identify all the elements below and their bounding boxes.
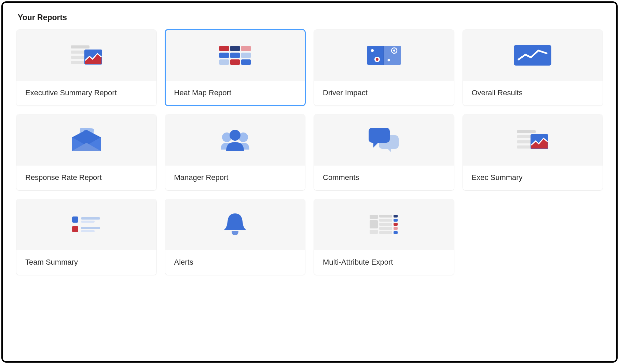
exec-summary-icon xyxy=(517,130,548,150)
card-icon-area xyxy=(463,114,603,166)
card-title-area: Team Summary xyxy=(16,250,156,275)
report-card[interactable]: Driver Impact xyxy=(314,30,454,106)
driver-impact-icon xyxy=(367,46,401,65)
report-card[interactable]: Alerts xyxy=(165,199,305,275)
report-card[interactable]: Executive Summary Report xyxy=(16,30,156,106)
manager-report-icon xyxy=(219,129,251,151)
card-title: Alerts xyxy=(174,258,297,267)
alerts-icon xyxy=(223,213,247,236)
report-card[interactable]: Comments xyxy=(314,114,454,190)
report-card[interactable]: Manager Report xyxy=(165,114,305,190)
report-card[interactable]: Overall Results xyxy=(463,30,603,106)
card-title-area: Heat Map Report xyxy=(165,81,305,106)
card-title-area: Response Rate Report xyxy=(16,166,156,190)
comments-icon xyxy=(369,128,399,152)
card-icon-area xyxy=(314,199,454,250)
exec-summary-icon xyxy=(71,45,102,65)
card-title-area: Overall Results xyxy=(463,81,603,106)
response-rate-icon xyxy=(70,128,103,152)
card-icon-area xyxy=(314,30,454,81)
card-title: Multi-Attribute Export xyxy=(323,258,445,267)
multi-attribute-icon xyxy=(370,215,398,235)
card-title: Exec Summary xyxy=(472,173,594,182)
report-card[interactable]: Exec Summary xyxy=(463,114,603,190)
card-title-area: Manager Report xyxy=(165,166,305,190)
card-title: Heat Map Report xyxy=(174,88,297,97)
reports-panel: Your Reports Executive Summary ReportHea… xyxy=(1,1,618,363)
card-icon-area xyxy=(463,30,603,81)
reports-grid: Executive Summary ReportHeat Map ReportD… xyxy=(16,30,603,275)
card-title: Response Rate Report xyxy=(25,173,148,182)
card-icon-area xyxy=(314,114,454,166)
card-title: Executive Summary Report xyxy=(25,88,148,97)
card-title: Comments xyxy=(323,173,445,182)
card-icon-area xyxy=(165,30,305,81)
report-card[interactable]: Multi-Attribute Export xyxy=(314,199,454,275)
card-icon-area xyxy=(165,199,305,250)
section-title: Your Reports xyxy=(18,13,603,22)
card-icon-area xyxy=(165,114,305,166)
overall-results-icon xyxy=(514,45,551,66)
card-title: Team Summary xyxy=(25,258,148,267)
card-title: Manager Report xyxy=(174,173,297,182)
report-card[interactable]: Team Summary xyxy=(16,199,156,275)
card-title-area: Exec Summary xyxy=(463,166,603,190)
report-card[interactable]: Heat Map Report xyxy=(165,30,305,106)
card-icon-area xyxy=(16,114,156,166)
card-icon-area xyxy=(16,199,156,250)
card-title-area: Driver Impact xyxy=(314,81,454,106)
card-title-area: Alerts xyxy=(165,250,305,275)
card-title-area: Comments xyxy=(314,166,454,190)
card-title-area: Multi-Attribute Export xyxy=(314,250,454,275)
card-title: Overall Results xyxy=(472,88,594,97)
card-title: Driver Impact xyxy=(323,88,445,97)
card-icon-area xyxy=(16,30,156,81)
team-summary-icon xyxy=(72,216,101,233)
heat-map-icon xyxy=(219,46,251,65)
card-title-area: Executive Summary Report xyxy=(16,81,156,106)
report-card[interactable]: Response Rate Report xyxy=(16,114,156,190)
